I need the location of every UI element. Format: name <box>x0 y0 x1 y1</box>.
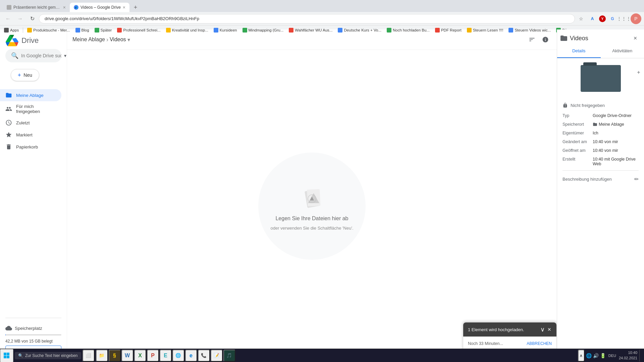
tab-details[interactable]: Details <box>557 44 601 58</box>
upload-close-button[interactable]: × <box>547 326 552 333</box>
taskbar-phone[interactable]: 📞 <box>198 350 210 362</box>
folder-icon <box>5 92 12 99</box>
back-button[interactable]: ← <box>3 13 13 24</box>
sidebar-item-markiert[interactable]: Markiert <box>0 129 61 141</box>
taskbar-notes[interactable]: 📝 <box>211 350 223 362</box>
taskbar-search-icon: 🔍 <box>18 353 23 358</box>
sidebar-item-meine-ablage[interactable]: Meine Ablage <box>0 89 61 101</box>
word-icon: W <box>125 353 130 359</box>
translate-icon[interactable]: A <box>588 14 597 23</box>
browser-chrome: Präsentieren leicht gemacht! – G... × Vi… <box>0 0 644 29</box>
breadcrumb-videos: Videos ▾ <box>110 37 130 43</box>
music-icon: 🎵 <box>226 353 232 358</box>
breadcrumb-videos-label[interactable]: Videos <box>110 37 126 43</box>
tab-aktivitaeten[interactable]: Aktivitäten <box>601 44 644 58</box>
tab-close-1[interactable]: × <box>63 5 66 10</box>
storage-bar-fill <box>5 334 6 336</box>
upload-notif-title: 1 Element wird hochgeladen. <box>468 327 540 332</box>
tab-aktivitaeten-label: Aktivitäten <box>612 48 632 53</box>
taskbar-clock[interactable]: 10:40 24.02.2021 <box>619 350 637 361</box>
folder-thumbnail-container <box>557 58 644 99</box>
info-button[interactable] <box>539 34 551 46</box>
taskbar-task-view[interactable]: ⬜ <box>83 350 95 362</box>
taskbar-app-e[interactable]: E <box>160 350 172 362</box>
notes-icon: 📝 <box>214 353 219 358</box>
new-button[interactable]: + Neu <box>11 69 39 81</box>
network-icon[interactable]: 🌐 <box>586 353 592 358</box>
upload-cancel-button[interactable]: ABBRECHEN <box>527 341 552 346</box>
upload-notif-header: 1 Element wird hochgeladen. ∨ × <box>463 322 556 337</box>
taskbar-music[interactable]: 🎵 <box>223 350 235 362</box>
show-desktop-button[interactable] <box>639 350 641 362</box>
taskbar-sys-icons: 🌐 🔊 🔋 <box>586 353 606 358</box>
tab-close-2[interactable]: × <box>123 5 125 10</box>
sidebar-divider <box>5 318 61 318</box>
sidebar-item-zuletzt[interactable]: Zuletzt <box>0 117 61 129</box>
svg-rect-6 <box>7 356 9 358</box>
sidebar: Drive 🔍 ▾ + Neu Meine Ablage <box>0 29 67 362</box>
address-bar[interactable] <box>39 14 575 23</box>
sound-icon[interactable]: 🔊 <box>593 353 599 358</box>
app-e-icon: E <box>164 353 167 359</box>
taskbar-excel[interactable]: X <box>134 350 146 362</box>
detail-value-erstellt: 10:40 mit Google Drive Web <box>593 157 639 166</box>
file-explorer-icon: 📁 <box>99 353 105 358</box>
breadcrumb: Meine Ablage › Videos ▾ <box>72 36 130 43</box>
new-button-container: + Neu <box>0 64 67 86</box>
reload-button[interactable]: ↻ <box>27 13 38 24</box>
detail-row-geoffnet: Geöffnet am 10:40 von mir <box>562 148 639 153</box>
search-dropdown-icon[interactable]: ▾ <box>64 53 66 58</box>
detail-row-typ: Typ Google Drive-Ordner <box>562 113 639 118</box>
add-description[interactable]: Beschreibung hinzufügen ✏ <box>562 175 639 184</box>
extension-icon-2[interactable]: G <box>608 14 617 23</box>
taskbar-search[interactable]: 🔍 Zur Suche Text hier eingeben <box>15 352 81 359</box>
right-edge-plus[interactable]: + <box>635 68 643 76</box>
phone-icon: 📞 <box>201 353 207 358</box>
breadcrumb-dropdown-icon[interactable]: ▾ <box>127 37 130 43</box>
add-tab-button[interactable]: + <box>131 3 140 12</box>
bookmark-icon[interactable]: ☆ <box>576 14 586 23</box>
sidebar-item-papierkorb[interactable]: Papierkorb <box>0 141 61 153</box>
forward-button[interactable]: → <box>15 13 25 24</box>
new-button-icon: + <box>18 72 21 78</box>
taskbar-powerpoint[interactable]: P <box>147 350 159 362</box>
windows-start-button[interactable] <box>0 349 13 362</box>
windows-logo-icon <box>4 353 10 359</box>
detail-label-geoffnet: Geöffnet am <box>562 148 593 153</box>
sidebar-label-zuletzt: Zuletzt <box>16 120 30 125</box>
svg-rect-4 <box>7 353 9 355</box>
breadcrumb-meine-ablage[interactable]: Meine Ablage <box>72 37 105 43</box>
detail-value-typ: Google Drive-Ordner <box>593 113 632 118</box>
apps-icon[interactable]: ⋮⋮⋮ <box>619 14 629 23</box>
upload-notif-actions: ∨ × <box>540 326 552 333</box>
right-edge-buttons: + <box>633 67 644 78</box>
search-box[interactable]: 🔍 ▾ <box>5 49 61 62</box>
panel-info: Nicht freigegeben Typ Google Drive-Ordne… <box>557 99 644 188</box>
privacy-row: Nicht freigegeben <box>562 103 639 108</box>
panel-close-button[interactable]: × <box>629 32 641 44</box>
list-view-button[interactable] <box>526 34 538 46</box>
extension-icon-1[interactable]: Y <box>599 15 606 22</box>
add-description-button[interactable]: ✏ <box>634 176 639 182</box>
tab-active[interactable]: Videos – Google Drive × <box>70 3 129 12</box>
sidebar-item-freigegeben[interactable]: Für mich freigegeben <box>0 101 61 117</box>
taskbar-file-explorer[interactable]: 📁 <box>96 350 108 362</box>
sidebar-label-freigegeben: Für mich freigegeben <box>16 104 56 114</box>
taskbar-word[interactable]: W <box>121 350 133 362</box>
lock-icon <box>562 103 568 108</box>
taskbar-show-hidden[interactable]: ∧ <box>578 350 585 362</box>
taskbar-apps: 📁 § W X P E 🌐 e 📞 📝 🎵 <box>96 350 235 362</box>
profile-avatar[interactable]: P <box>631 13 641 24</box>
tab-favicon-2 <box>74 5 78 10</box>
sidebar-label-papierkorb: Papierkorb <box>16 144 38 149</box>
detail-value-geandert: 10:40 von mir <box>593 139 618 144</box>
search-input[interactable] <box>21 53 61 58</box>
clock-icon <box>5 119 12 126</box>
upload-minimize-button[interactable]: ∨ <box>540 326 545 333</box>
taskbar-chrome[interactable]: 🌐 <box>172 350 184 362</box>
chrome-icon: 🌐 <box>175 353 181 358</box>
tab-inactive[interactable]: Präsentieren leicht gemacht! – G... × <box>3 3 70 12</box>
taskbar-edge[interactable]: e <box>185 350 197 362</box>
battery-icon[interactable]: 🔋 <box>600 353 606 358</box>
taskbar-app-3[interactable]: § <box>109 350 121 362</box>
